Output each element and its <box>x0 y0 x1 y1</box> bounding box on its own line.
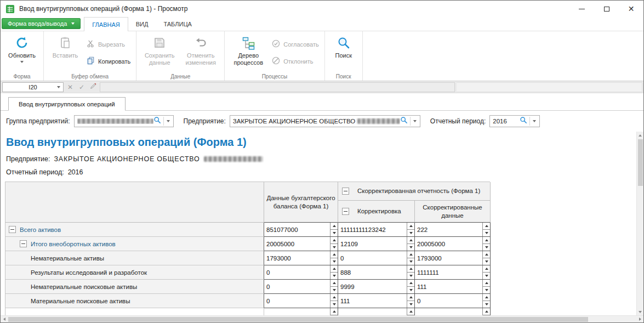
period-filter-input[interactable]: 2016 <box>489 115 540 127</box>
scroll-left-button[interactable] <box>1 316 8 323</box>
adjustment-value-cell[interactable]: 0 <box>338 251 415 265</box>
spin-down-button[interactable] <box>330 315 338 315</box>
group-filter-dropdown[interactable] <box>166 116 173 127</box>
spin-up-button[interactable] <box>407 223 414 229</box>
expand-box[interactable] <box>9 226 16 233</box>
adjusted-value-cell[interactable]: 1111111 <box>415 265 491 280</box>
row-label-cell[interactable]: Нематериальные поисковые активы <box>5 280 264 294</box>
spin-up-button[interactable] <box>483 223 490 229</box>
scroll-right-button[interactable] <box>636 316 643 323</box>
minimize-button[interactable] <box>569 1 594 17</box>
collapse-icon[interactable] <box>342 208 349 215</box>
adjustment-value-cell[interactable]: 9999 <box>338 280 415 294</box>
collapse-icon[interactable] <box>342 188 349 195</box>
spin-up-button[interactable] <box>330 280 338 286</box>
row-label-cell[interactable]: Результаты исследований и разработок <box>5 265 264 280</box>
process-tree-button[interactable]: Дерево процессов <box>227 33 269 66</box>
spin-down-button[interactable] <box>407 286 414 293</box>
tab-view[interactable]: ВИД <box>128 17 156 31</box>
spin-up-button[interactable] <box>330 294 338 301</box>
balance-value-cell[interactable]: 851077000 <box>264 223 338 237</box>
tab-main[interactable]: ГЛАВНАЯ <box>84 17 128 31</box>
spin-down-button[interactable] <box>483 315 490 315</box>
group-filter-input[interactable] <box>74 115 174 127</box>
adjustment-value-cell[interactable]: 111 <box>338 294 415 308</box>
row-label-cell[interactable]: Нематериальные активы <box>5 251 264 265</box>
spin-up-button[interactable] <box>330 223 338 229</box>
spin-up-button[interactable] <box>483 251 490 258</box>
adjusted-value-cell[interactable]: 0 <box>415 294 491 308</box>
adjustment-value-cell[interactable]: 888 <box>338 265 415 280</box>
value-cell[interactable] <box>264 308 338 315</box>
balance-value-cell[interactable]: 0 <box>264 294 338 308</box>
spin-down-button[interactable] <box>407 315 414 315</box>
enterprise-filter-input[interactable]: ЗАКРЫТОЕ АКЦИОНЕРНОЕ ОБЩЕСТВО <box>230 115 420 127</box>
spin-down-button[interactable] <box>483 286 490 293</box>
value-cell[interactable] <box>415 308 491 315</box>
close-button[interactable]: ✕ <box>619 1 643 17</box>
confirm-edit-button[interactable]: ✓ <box>77 82 87 92</box>
adjusted-value-cell[interactable]: 222 <box>415 223 491 237</box>
spin-up-button[interactable] <box>330 265 338 272</box>
app-menu-button[interactable]: Форма ввода/вывода <box>2 18 81 29</box>
enterprise-filter-dropdown[interactable] <box>412 116 420 127</box>
spin-down-button[interactable] <box>330 301 338 308</box>
spin-up-button[interactable] <box>330 237 338 243</box>
balance-value-cell[interactable]: 0 <box>264 265 338 280</box>
spin-down-button[interactable] <box>407 243 414 251</box>
undo-changes-button[interactable]: Отменить изменения <box>180 33 221 66</box>
function-button[interactable] <box>88 82 98 92</box>
spin-down-button[interactable] <box>330 286 338 293</box>
balance-value-cell[interactable]: 0 <box>264 280 338 294</box>
spin-down-button[interactable] <box>483 243 490 251</box>
spin-up-button[interactable] <box>483 265 490 272</box>
scroll-down-button[interactable] <box>637 308 644 315</box>
spin-down-button[interactable] <box>330 272 338 279</box>
balance-value-cell[interactable]: 1793000 <box>264 251 338 265</box>
refresh-button[interactable]: Обновить <box>3 33 41 63</box>
spin-down-button[interactable] <box>407 229 414 236</box>
spin-up-button[interactable] <box>483 237 490 243</box>
search-button[interactable]: Поиск <box>328 33 360 59</box>
spin-up-button[interactable] <box>407 251 414 258</box>
adjustment-value-cell[interactable]: 11111111123242 <box>338 223 415 237</box>
adjusted-value-cell[interactable]: 20005000 <box>415 237 491 251</box>
spin-down-button[interactable] <box>407 272 414 279</box>
balance-value-cell[interactable]: 20005000 <box>264 237 338 251</box>
paste-button[interactable]: Вставить <box>47 33 84 59</box>
spin-down-button[interactable] <box>483 229 490 236</box>
spin-down-button[interactable] <box>330 229 338 236</box>
document-tab[interactable]: Ввод внутригрупповых операций <box>8 97 126 111</box>
reject-button[interactable]: Отклонить <box>269 55 321 67</box>
row-label-cell[interactable]: Итого внеоборотных активов <box>5 237 264 251</box>
tab-table[interactable]: ТАБЛИЦА <box>156 17 200 31</box>
value-cell[interactable] <box>338 308 415 315</box>
approve-button[interactable]: Согласовать <box>269 38 321 50</box>
cut-button[interactable]: Вырезать <box>84 38 133 50</box>
adjusted-value-cell[interactable]: 111 <box>415 280 491 294</box>
cell-reference-box[interactable]: I20 <box>2 82 64 92</box>
spin-down-button[interactable] <box>407 258 414 265</box>
row-label-cell[interactable]: Материальные поисковые активы <box>5 294 264 308</box>
spin-up-button[interactable] <box>407 265 414 272</box>
formula-input[interactable] <box>100 82 455 92</box>
spin-up-button[interactable] <box>330 251 338 258</box>
cancel-edit-button[interactable]: ✕ <box>65 82 75 92</box>
spin-down-button[interactable] <box>330 243 338 251</box>
scroll-up-button[interactable] <box>637 132 644 139</box>
spin-down-button[interactable] <box>483 301 490 308</box>
period-filter-dropdown[interactable] <box>532 116 539 127</box>
expand-box[interactable] <box>20 240 27 247</box>
adjusted-value-cell[interactable]: 1793000 <box>415 251 491 265</box>
spin-down-button[interactable] <box>483 258 490 265</box>
spin-up-button[interactable] <box>483 294 490 301</box>
vertical-scroll-thumb[interactable] <box>638 139 643 186</box>
adjustment-value-cell[interactable]: 12109 <box>338 237 415 251</box>
spin-down-button[interactable] <box>407 301 414 308</box>
maximize-button[interactable] <box>594 1 619 17</box>
copy-button[interactable]: Копировать <box>84 55 133 67</box>
vertical-scrollbar[interactable] <box>636 132 643 315</box>
spin-down-button[interactable] <box>483 272 490 279</box>
save-data-button[interactable]: Сохранить данные <box>139 33 180 66</box>
spin-up-button[interactable] <box>407 280 414 286</box>
